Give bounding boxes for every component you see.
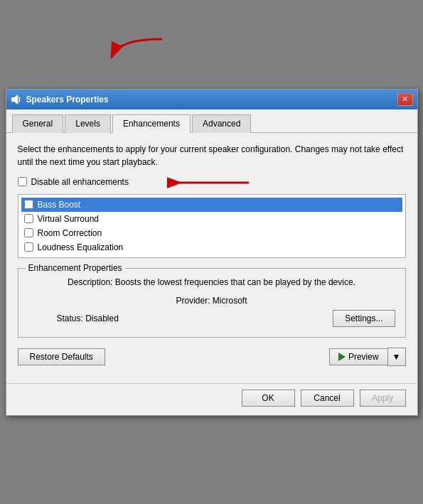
preview-group: Preview ▼ [329, 348, 406, 366]
svg-marker-1 [14, 95, 18, 104]
speakers-properties-window: Speakers Properties ✕ General Levels Enh… [6, 89, 418, 416]
restore-defaults-button[interactable]: Restore Defaults [18, 348, 105, 365]
tab-enhancements[interactable]: Enhancements [112, 114, 191, 133]
ok-button[interactable]: OK [242, 390, 295, 407]
svg-rect-0 [11, 97, 14, 102]
cancel-button[interactable]: Cancel [301, 390, 354, 407]
list-item-loudness[interactable]: Loudness Equalization [21, 240, 402, 254]
speaker-icon [11, 94, 22, 105]
disable-all-checkbox[interactable] [18, 177, 27, 186]
bottom-row: Restore Defaults Preview ▼ [18, 348, 406, 366]
title-bar: Speakers Properties ✕ [6, 90, 417, 109]
bass-boost-checkbox[interactable] [24, 200, 33, 209]
virtual-surround-checkbox[interactable] [24, 214, 33, 223]
close-button[interactable]: ✕ [397, 93, 413, 106]
title-buttons: ✕ [397, 93, 413, 106]
loudness-checkbox[interactable] [24, 242, 33, 252]
description-text: Select the enhancements to apply for you… [18, 143, 406, 168]
list-item-virtual-surround[interactable]: Virtual Surround [21, 212, 402, 226]
main-content: Select the enhancements to apply for you… [6, 133, 417, 383]
play-icon [338, 353, 346, 361]
status-row: Status: Disabled Settings... [28, 310, 395, 327]
tab-general[interactable]: General [12, 114, 64, 133]
list-item-bass-boost[interactable]: Bass Boost [21, 198, 402, 212]
status-text: Status: Disabled [57, 313, 119, 323]
arrow-tab-indicator [105, 36, 176, 64]
enhancement-description: Description: Boosts the lowest frequenci… [28, 276, 395, 289]
provider-text: Provider: Microsoft [28, 296, 395, 306]
preview-label: Preview [348, 352, 379, 362]
dialog-buttons: OK Cancel Apply [6, 383, 417, 415]
list-item-room-correction[interactable]: Room Correction [21, 226, 402, 240]
preview-button[interactable]: Preview [329, 348, 387, 365]
enhancement-list: Bass Boost Virtual Surround Room Correct… [18, 194, 406, 258]
enhancement-properties-group: Enhancement Properties Description: Boos… [18, 268, 406, 338]
arrow-disable-indicator [167, 174, 252, 191]
disable-all-row: Disable all enhancements [18, 177, 406, 187]
preview-dropdown-button[interactable]: ▼ [387, 348, 406, 366]
window-title: Speakers Properties [26, 95, 109, 104]
settings-button[interactable]: Settings... [333, 310, 395, 327]
room-correction-label: Room Correction [38, 228, 102, 238]
tab-advanced[interactable]: Advanced [192, 114, 251, 133]
group-title: Enhancement Properties [26, 263, 125, 273]
room-correction-checkbox[interactable] [24, 228, 33, 237]
bass-boost-label: Bass Boost [38, 200, 81, 210]
virtual-surround-label: Virtual Surround [38, 214, 100, 224]
tabs-bar: General Levels Enhancements Advanced [6, 109, 417, 133]
tab-levels[interactable]: Levels [65, 114, 111, 133]
disable-all-label: Disable all enhancements [31, 177, 129, 187]
apply-button[interactable]: Apply [360, 390, 406, 407]
loudness-label: Loudness Equalization [38, 242, 124, 252]
